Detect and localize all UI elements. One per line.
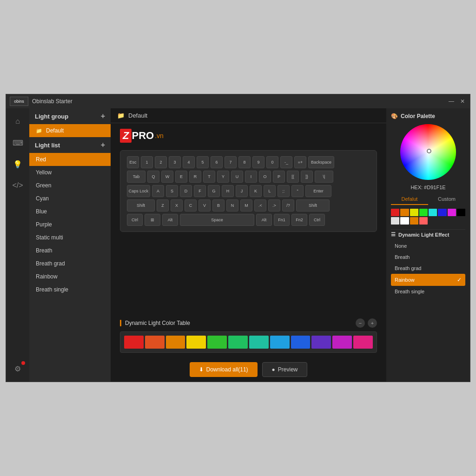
- macro-icon[interactable]: </>: [9, 177, 26, 194]
- light-list-item-blue[interactable]: Blue: [29, 205, 111, 218]
- key-esc[interactable]: Esc: [127, 156, 139, 168]
- key-win[interactable]: ⊞: [145, 214, 160, 226]
- settings-icon[interactable]: ⚙: [9, 360, 26, 377]
- color-swatch-2[interactable]: [145, 336, 165, 349]
- key-1[interactable]: 1: [141, 156, 153, 168]
- key-q[interactable]: Q: [147, 171, 159, 183]
- key-ctrl-right[interactable]: Ctrl: [309, 214, 325, 226]
- key-minus[interactable]: -_: [280, 156, 292, 168]
- key-enter[interactable]: Enter: [305, 185, 331, 197]
- key-2[interactable]: 2: [155, 156, 167, 168]
- key-v[interactable]: V: [198, 199, 211, 212]
- light-icon[interactable]: 💡: [9, 156, 26, 172]
- key-capslock[interactable]: Caps Lock: [127, 185, 150, 197]
- key-t[interactable]: T: [203, 171, 215, 183]
- key-alt-left[interactable]: Alt: [162, 214, 178, 226]
- light-list-item-red[interactable]: Red: [29, 153, 111, 166]
- color-swatch-11[interactable]: [332, 336, 352, 349]
- key-c[interactable]: C: [185, 199, 197, 212]
- color-cell-5[interactable]: [429, 209, 437, 216]
- light-list-item-cyan[interactable]: Cyan: [29, 192, 111, 205]
- key-fn2[interactable]: Fn2: [291, 214, 307, 226]
- light-list-item-breath-grad[interactable]: Breath grad: [29, 257, 111, 270]
- key-8[interactable]: 8: [238, 156, 251, 168]
- preview-button[interactable]: ● Preview: [262, 362, 308, 377]
- color-swatch-6[interactable]: [228, 336, 248, 349]
- key-y[interactable]: Y: [217, 171, 229, 183]
- key-alt-right[interactable]: Alt: [256, 214, 272, 226]
- download-all-button[interactable]: ⬇ Download all(11): [190, 362, 258, 377]
- key-slash[interactable]: /?: [282, 199, 294, 212]
- home-icon[interactable]: ⌂: [9, 113, 26, 130]
- color-swatch-5[interactable]: [207, 336, 227, 349]
- color-cell-2[interactable]: [400, 209, 409, 216]
- color-swatch-1[interactable]: [124, 336, 144, 349]
- key-backslash[interactable]: \|: [315, 171, 333, 183]
- color-cell-10[interactable]: [400, 217, 409, 225]
- color-swatch-12[interactable]: [353, 336, 373, 349]
- key-b[interactable]: B: [212, 199, 225, 212]
- key-m[interactable]: M: [240, 199, 252, 212]
- key-tab[interactable]: Tab: [127, 171, 145, 183]
- light-list-item-breath-single[interactable]: Breath single: [29, 283, 111, 296]
- color-swatch-3[interactable]: [166, 336, 185, 349]
- tab-default[interactable]: Defalut: [391, 194, 428, 205]
- color-swatch-8[interactable]: [270, 336, 290, 349]
- color-cell-11[interactable]: [410, 217, 418, 225]
- color-swatch-7[interactable]: [249, 336, 269, 349]
- key-9[interactable]: 9: [252, 156, 264, 168]
- key-z[interactable]: Z: [157, 199, 169, 212]
- key-u[interactable]: U: [231, 171, 243, 183]
- add-light-list-button[interactable]: +: [101, 141, 105, 149]
- color-cell-1[interactable]: [391, 209, 399, 216]
- light-list-item-static-multi[interactable]: Static multi: [29, 231, 111, 244]
- key-g[interactable]: G: [208, 185, 220, 197]
- light-list-item-rainbow[interactable]: Rainbow: [29, 270, 111, 283]
- effect-rainbow[interactable]: Rainbow ✓: [391, 274, 465, 286]
- tab-custom[interactable]: Custom: [428, 194, 465, 205]
- effect-breath[interactable]: Breath: [391, 251, 465, 263]
- color-swatch-10[interactable]: [311, 336, 331, 349]
- key-5[interactable]: 5: [197, 156, 209, 168]
- color-cell-6[interactable]: [438, 209, 446, 216]
- key-j[interactable]: J: [236, 185, 248, 197]
- key-s[interactable]: S: [166, 185, 178, 197]
- add-light-group-button[interactable]: +: [101, 112, 105, 120]
- light-group-item-default[interactable]: 📁 Default: [29, 124, 111, 137]
- key-e[interactable]: E: [175, 171, 187, 183]
- effect-breath-single[interactable]: Breath single: [391, 286, 465, 297]
- key-lbracket[interactable]: [{: [287, 171, 299, 183]
- key-h[interactable]: H: [222, 185, 234, 197]
- color-wheel[interactable]: [400, 124, 456, 180]
- key-0[interactable]: 0: [266, 156, 278, 168]
- color-cell-12[interactable]: [419, 217, 428, 225]
- key-period[interactable]: .>: [268, 199, 280, 212]
- key-shift-left[interactable]: Shift: [127, 199, 155, 212]
- light-list-item-yellow[interactable]: Yellow: [29, 166, 111, 179]
- color-cell-7[interactable]: [448, 209, 456, 216]
- light-list-item-purple[interactable]: Purple: [29, 218, 111, 231]
- color-swatch-4[interactable]: [186, 336, 206, 349]
- keyboard-icon[interactable]: ⌨: [9, 134, 26, 151]
- color-table-plus-button[interactable]: +: [368, 318, 377, 328]
- key-7[interactable]: 7: [225, 156, 237, 168]
- key-o[interactable]: O: [259, 171, 271, 183]
- key-shift-right[interactable]: Shift: [296, 199, 330, 212]
- key-d[interactable]: D: [180, 185, 192, 197]
- key-semicolon[interactable]: ;:: [278, 185, 290, 197]
- key-4[interactable]: 4: [183, 156, 195, 168]
- key-x[interactable]: X: [171, 199, 183, 212]
- color-cell-8[interactable]: [457, 209, 465, 216]
- light-list-item-breath[interactable]: Breath: [29, 244, 111, 257]
- color-cell-3[interactable]: [410, 209, 418, 216]
- key-k[interactable]: K: [250, 185, 262, 197]
- close-button[interactable]: ✕: [459, 98, 466, 105]
- color-swatch-9[interactable]: [291, 336, 311, 349]
- key-comma[interactable]: .<: [254, 199, 266, 212]
- key-space[interactable]: Space: [180, 214, 254, 226]
- key-l[interactable]: L: [264, 185, 276, 197]
- key-fn1[interactable]: Fn1: [274, 214, 290, 226]
- key-n[interactable]: N: [226, 199, 238, 212]
- key-r[interactable]: R: [189, 171, 201, 183]
- key-a[interactable]: A: [152, 185, 164, 197]
